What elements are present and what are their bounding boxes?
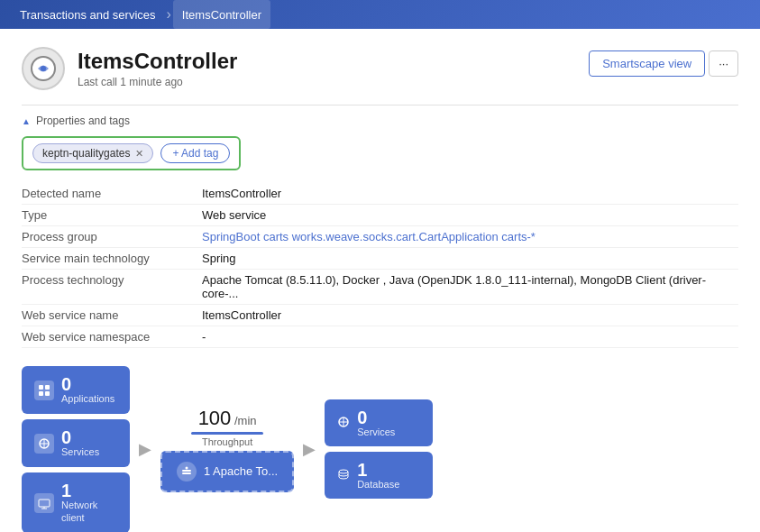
service-title-text: ItemsController Last call 1 minute ago	[78, 49, 237, 89]
service-header: ItemsController Last call 1 minute ago S…	[22, 47, 738, 90]
service-title-section: ItemsController Last call 1 minute ago	[22, 47, 237, 90]
database-text: 1 Database	[357, 461, 399, 490]
prop-row-process-tech: Process technology Apache Tomcat (8.5.11…	[22, 270, 738, 305]
main-content: ItemsController Last call 1 minute ago S…	[0, 29, 760, 532]
services-right-node[interactable]: 0 Services	[325, 399, 433, 446]
svg-rect-9	[39, 500, 50, 507]
apache-node[interactable]: 1 Apache To...	[160, 451, 294, 492]
properties-table: Detected name ItemsController Type Web s…	[22, 183, 738, 348]
tag-name: keptn-qualitygates	[42, 147, 130, 160]
prop-value: -	[202, 330, 738, 344]
services-left-node[interactable]: 0 Services	[22, 419, 130, 467]
prop-value: ItemsController	[202, 308, 738, 322]
smartscape-view-button[interactable]: Smartscape view	[589, 50, 705, 77]
breadcrumb-bar: Transactions and services › ItemsControl…	[0, 0, 760, 29]
svg-rect-3	[45, 385, 50, 390]
breadcrumb-separator: ›	[167, 6, 171, 23]
svg-rect-5	[45, 391, 50, 396]
flow-section: 0 Applications 0 Services 1	[22, 366, 738, 532]
svg-rect-12	[182, 470, 191, 472]
network-client-text: 1 Network client	[61, 482, 117, 523]
process-group-link[interactable]: SpringBoot carts works.weave.socks.cart.…	[202, 230, 738, 243]
prop-row-ws-name: Web service name ItemsController	[22, 305, 738, 326]
svg-rect-4	[39, 391, 43, 396]
center-flow: 100 /min Throughput 1 Apache To...	[160, 407, 294, 492]
svg-point-1	[41, 66, 46, 71]
apache-icon	[177, 462, 197, 482]
tag-remove-icon[interactable]: ✕	[135, 148, 143, 160]
svg-rect-2	[39, 385, 43, 390]
prop-label: Process group	[22, 230, 202, 243]
service-icon	[22, 47, 65, 90]
flow-arrow-right: ▶	[303, 439, 316, 459]
throughput-unit: /min	[234, 414, 257, 427]
flow-right-nodes: 0 Services 1 Database	[325, 399, 433, 499]
prop-row-type: Type Web service	[22, 205, 738, 226]
apache-text: 1 Apache To...	[204, 464, 278, 478]
more-options-button[interactable]: ···	[709, 50, 738, 77]
prop-row-detected-name: Detected name ItemsController	[22, 183, 738, 205]
properties-toggle[interactable]: ▲ Properties and tags	[22, 115, 738, 127]
properties-label: Properties and tags	[36, 115, 130, 127]
svg-rect-13	[182, 472, 191, 474]
last-call-label: Last call 1 minute ago	[78, 76, 237, 88]
prop-row-process-group: Process group SpringBoot carts works.wea…	[22, 226, 738, 248]
svg-point-14	[186, 466, 188, 469]
prop-value: ItemsController	[202, 187, 738, 200]
chevron-up-icon: ▲	[22, 116, 31, 126]
prop-value: Apache Tomcat (8.5.11.0), Docker , Java …	[202, 273, 738, 300]
add-tag-button[interactable]: + Add tag	[160, 143, 230, 163]
database-icon	[337, 468, 350, 483]
prop-label: Detected name	[22, 187, 202, 200]
flow-arrow-left: ▶	[139, 439, 151, 459]
applications-text: 0 Applications	[61, 375, 114, 405]
prop-label: Web service namespace	[22, 330, 202, 344]
breadcrumb-parent[interactable]: Transactions and services	[11, 0, 165, 29]
throughput-label: 100 /min Throughput	[191, 407, 263, 447]
applications-icon	[34, 381, 54, 400]
prop-value: Web service	[202, 208, 738, 222]
breadcrumb-current: ItemsController	[173, 0, 270, 29]
services-left-text: 0 Services	[61, 428, 99, 458]
throughput-text: Throughput	[191, 436, 263, 447]
prop-label: Web service name	[22, 308, 202, 322]
services-right-text: 0 Services	[357, 408, 395, 437]
services-left-icon	[34, 434, 54, 454]
applications-node[interactable]: 0 Applications	[22, 366, 130, 414]
header-actions: Smartscape view ···	[589, 50, 738, 77]
network-client-node[interactable]: 1 Network client	[22, 472, 130, 532]
prop-label: Process technology	[22, 273, 202, 287]
services-right-icon	[337, 416, 350, 431]
service-name: ItemsController	[78, 49, 237, 75]
prop-value: Spring	[202, 252, 738, 265]
throughput-value: 100	[198, 407, 232, 429]
svg-point-18	[339, 470, 348, 473]
tags-container: keptn-qualitygates ✕ + Add tag	[22, 136, 241, 170]
prop-label: Type	[22, 208, 202, 222]
service-icon-svg	[30, 55, 57, 82]
properties-section: ▲ Properties and tags keptn-qualitygates…	[22, 105, 738, 348]
prop-label: Service main technology	[22, 252, 202, 265]
database-node[interactable]: 1 Database	[325, 452, 433, 499]
throughput-bar	[191, 432, 263, 435]
network-client-icon	[34, 493, 54, 513]
prop-row-ws-namespace: Web service namespace -	[22, 326, 738, 348]
flow-left-nodes: 0 Applications 0 Services 1	[22, 366, 130, 532]
prop-row-service-tech: Service main technology Spring	[22, 248, 738, 270]
tag-chip: keptn-qualitygates ✕	[32, 143, 153, 163]
